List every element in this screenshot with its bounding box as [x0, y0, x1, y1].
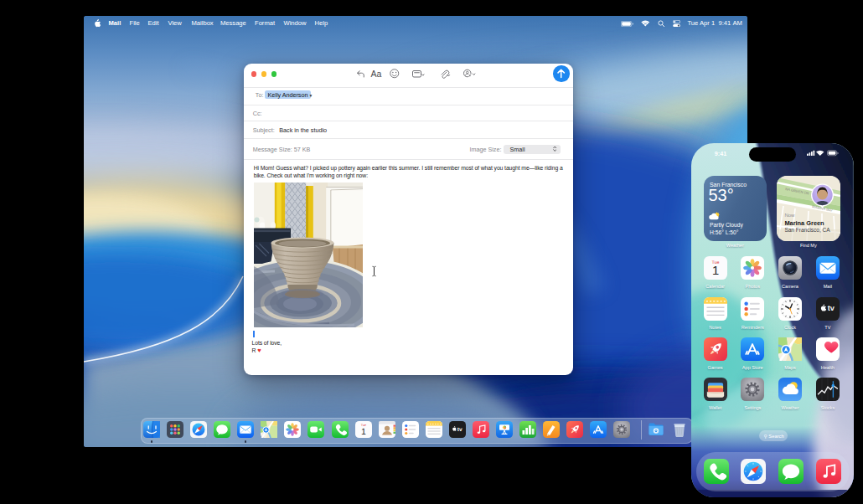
svg-text:1: 1 — [712, 264, 719, 277]
svg-text:tv: tv — [828, 304, 835, 313]
svg-text:1: 1 — [361, 427, 366, 437]
svg-text:tv: tv — [457, 426, 463, 433]
